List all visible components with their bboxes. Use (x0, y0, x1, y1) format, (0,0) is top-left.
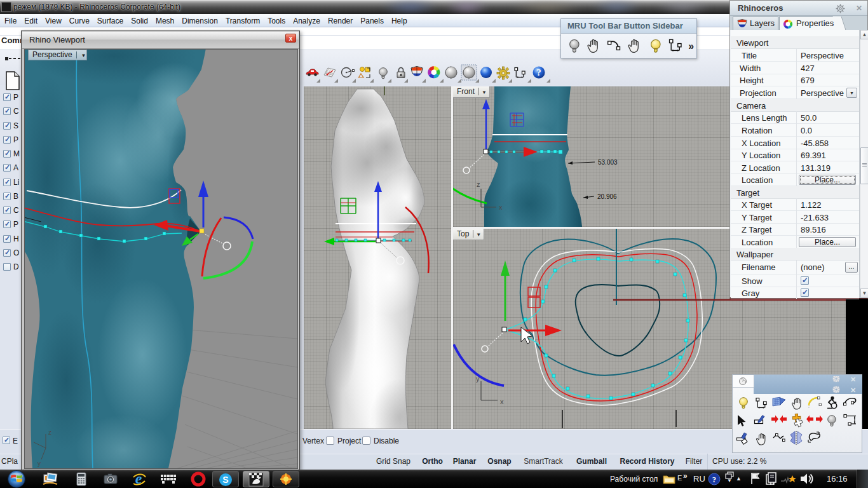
svg-text:z: z (48, 429, 51, 436)
svg-text:z: z (477, 180, 480, 188)
svg-text:y: y (37, 460, 41, 467)
svg-text:S: S (222, 475, 228, 485)
svg-text:?: ? (712, 475, 717, 484)
svg-text:x: x (499, 203, 503, 211)
svg-text:✕: ✕ (850, 386, 856, 394)
svg-text:x: x (500, 398, 504, 405)
svg-text:53.003: 53.003 (598, 159, 618, 166)
svg-text:20.906: 20.906 (597, 193, 617, 200)
svg-text:✕: ✕ (850, 376, 856, 383)
svg-text:»: » (688, 41, 694, 51)
svg-text:y: y (476, 375, 480, 383)
svg-text:?: ? (536, 67, 541, 78)
